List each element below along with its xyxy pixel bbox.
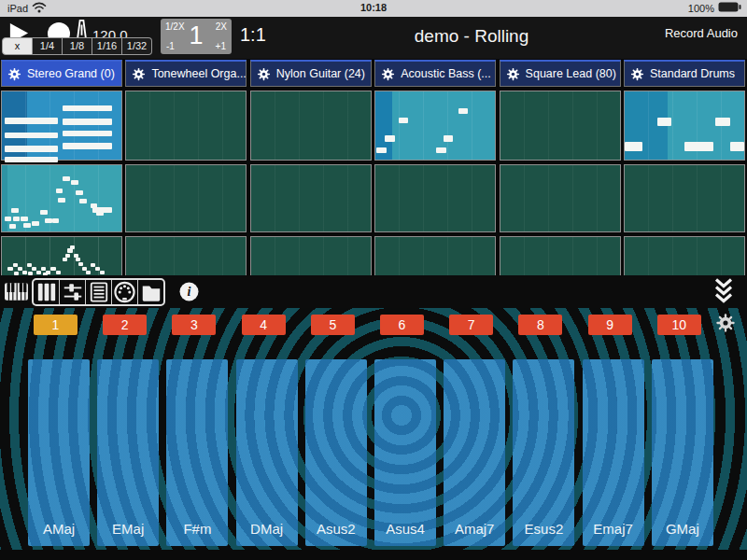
status-clock: 10:18 — [0, 2, 747, 13]
clip-cell[interactable] — [624, 91, 745, 161]
pad-bank-tab-10[interactable]: 10 — [657, 315, 701, 335]
clip-grid — [0, 89, 747, 275]
clip-cell[interactable] — [374, 164, 496, 232]
chord-pad[interactable]: F#m — [166, 359, 228, 546]
quantize-button-x[interactable]: x — [2, 37, 33, 55]
quantize-button-1/32[interactable]: 1/32 — [122, 37, 152, 55]
midi-note — [36, 271, 41, 274]
midi-note — [13, 263, 18, 267]
chord-pad[interactable]: Amaj7 — [444, 359, 505, 546]
clip-cell[interactable] — [250, 164, 372, 232]
track-header[interactable]: Square Lead (80) — [500, 60, 621, 87]
pad-bank-tab-9[interactable]: 9 — [588, 315, 632, 335]
clip-cell[interactable] — [624, 164, 745, 232]
track-header[interactable]: Nylon Guitar (24) — [250, 60, 372, 87]
midi-note — [63, 258, 67, 261]
pad-bank-tab-4[interactable]: 4 — [242, 315, 286, 335]
chord-pad[interactable]: Asus2 — [305, 359, 367, 546]
chord-pad[interactable]: GMaj — [652, 359, 713, 546]
quantize-button-1/8[interactable]: 1/8 — [63, 37, 92, 55]
track-header[interactable]: Standard Drums — [624, 60, 745, 87]
clip-cell[interactable] — [624, 236, 745, 275]
pad-bank-tab-8[interactable]: 8 — [518, 315, 562, 335]
chord-pad[interactable]: Asus4 — [374, 359, 436, 546]
track-header[interactable]: Acoustic Bass (... — [374, 60, 496, 87]
clip-cell[interactable] — [1, 91, 122, 161]
track-gear-icon[interactable] — [506, 67, 520, 81]
clip-cell[interactable] — [1, 236, 122, 275]
midi-note — [32, 221, 39, 226]
clip-cell[interactable] — [374, 91, 496, 161]
pad-bank-tab-6[interactable]: 6 — [380, 315, 424, 335]
clip-cell[interactable] — [125, 236, 247, 275]
pad-bank-tab-3[interactable]: 3 — [172, 315, 216, 335]
midi-note — [385, 135, 394, 142]
chord-pad[interactable]: Esus2 — [513, 359, 574, 546]
clip-cell[interactable] — [500, 236, 621, 275]
midi-note — [715, 118, 729, 126]
track-gear-icon[interactable] — [7, 67, 21, 81]
info-button[interactable]: i — [179, 282, 199, 305]
sliders-icon[interactable] — [59, 280, 85, 304]
pad-bank-tab-1[interactable]: 1 — [34, 315, 78, 335]
pad-bank-tab-7[interactable]: 7 — [449, 315, 493, 335]
clip-cell[interactable] — [125, 164, 247, 232]
ribbon-icon[interactable] — [85, 280, 111, 304]
chord-pad-label: F#m — [166, 521, 228, 537]
clip-cell[interactable] — [1, 164, 122, 232]
clip-cell[interactable] — [250, 91, 372, 161]
midi-note — [7, 267, 12, 271]
track-header[interactable]: Tonewheel Orga... — [125, 60, 247, 87]
quantize-button-1/4[interactable]: 1/4 — [33, 37, 63, 55]
midi-note — [22, 271, 27, 274]
folder-icon[interactable] — [137, 280, 163, 304]
clip-content — [625, 91, 744, 160]
chord-pad[interactable]: AMaj — [28, 359, 90, 546]
track-gear-icon[interactable] — [630, 67, 644, 81]
chord-pad[interactable]: EMaj — [97, 359, 159, 546]
midi-note — [92, 207, 111, 213]
midi-din-icon[interactable] — [111, 280, 137, 304]
mixer-bars-icon[interactable] — [34, 280, 59, 304]
midi-note — [436, 147, 445, 154]
midi-note — [40, 210, 48, 215]
record-audio-button[interactable]: Record Audio — [665, 26, 738, 40]
collapse-chevrons-icon[interactable] — [712, 277, 735, 310]
chord-pad-label: Asus2 — [305, 521, 367, 537]
track-gear-icon[interactable] — [381, 67, 395, 81]
track-header[interactable]: Stereo Grand (0) — [1, 60, 122, 87]
midi-note — [28, 272, 33, 275]
midi-note — [9, 224, 17, 229]
quantize-button-1/16[interactable]: 1/16 — [92, 37, 122, 55]
midi-note — [458, 108, 468, 115]
midi-note — [23, 223, 31, 228]
chord-pad[interactable]: Emaj7 — [583, 359, 644, 546]
piano-keyboard-icon[interactable] — [4, 279, 29, 308]
midi-note — [625, 142, 642, 150]
speed-multiplier-box[interactable]: 1/2X 2X 1 -1 +1 — [161, 19, 232, 54]
pads-settings-gear-icon[interactable] — [715, 313, 736, 337]
midi-note — [399, 118, 408, 124]
midi-note — [70, 245, 75, 249]
clip-cell[interactable] — [250, 236, 372, 275]
chord-pad[interactable]: DMaj — [236, 359, 298, 546]
midi-note — [5, 217, 12, 221]
speed-increment-button[interactable]: +1 — [216, 41, 226, 51]
clip-cell[interactable] — [125, 91, 247, 161]
track-name: Tonewheel Orga... — [151, 67, 246, 80]
clip-content — [2, 165, 121, 231]
midi-note — [5, 146, 59, 152]
midi-note — [63, 105, 111, 112]
midi-note — [5, 133, 59, 139]
zoom-ratio[interactable]: 1:1 — [240, 24, 266, 46]
speed-decrement-button[interactable]: -1 — [166, 41, 175, 51]
clip-cell[interactable] — [500, 91, 621, 161]
track-header-row: Stereo Grand (0)Tonewheel Orga...Nylon G… — [0, 59, 747, 89]
track-gear-icon[interactable] — [132, 67, 146, 81]
track-gear-icon[interactable] — [257, 67, 271, 81]
pad-bank-tab-5[interactable]: 5 — [311, 315, 355, 335]
clip-cell[interactable] — [500, 164, 621, 232]
toolbelt: i — [0, 275, 747, 308]
clip-cell[interactable] — [374, 236, 496, 275]
pad-bank-tab-2[interactable]: 2 — [103, 315, 147, 335]
